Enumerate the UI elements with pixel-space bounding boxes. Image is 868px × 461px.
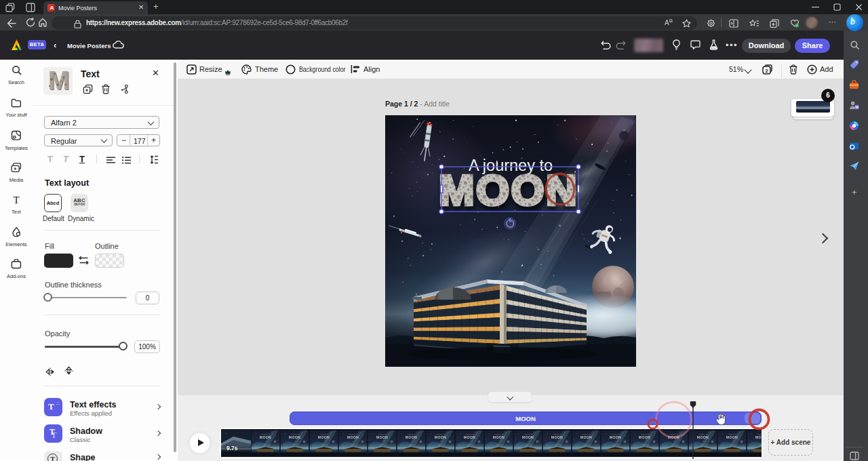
svg-text:M: M [855,105,859,109]
svg-text:M: M [48,67,68,95]
svg-text:T: T [13,195,19,205]
svg-text:2: 2 [765,68,768,74]
